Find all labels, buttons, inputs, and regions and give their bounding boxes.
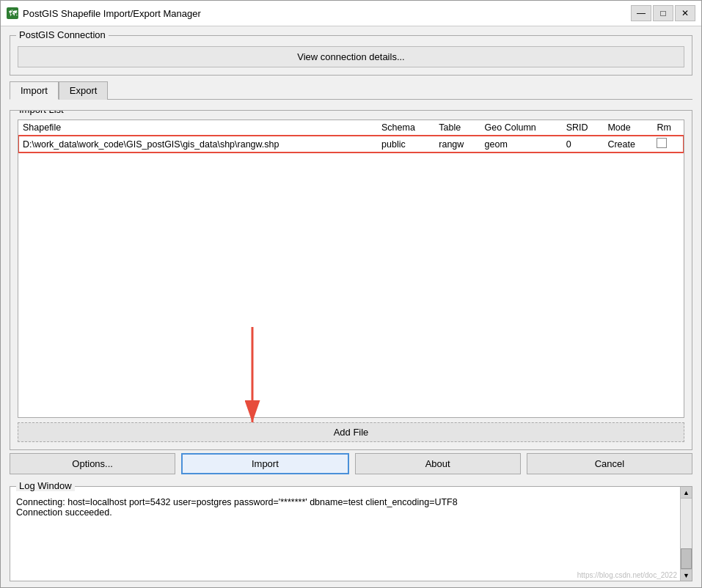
tabs-area: Import Export Import List Shapefile <box>10 81 692 477</box>
cell-srid: 0 <box>562 136 604 153</box>
minimize-button[interactable]: — <box>631 5 651 21</box>
log-line-2: Connection succeeded. <box>16 507 674 518</box>
cell-table: rangw <box>434 136 480 153</box>
cell-rm <box>652 136 684 153</box>
connection-group: PostGIS Connection View connection detai… <box>10 35 692 76</box>
col-shapefile: Shapefile <box>18 120 377 136</box>
log-window-group: Log Window Connecting: host=localhost po… <box>10 486 692 581</box>
maximize-button[interactable]: □ <box>653 5 673 21</box>
col-schema: Schema <box>377 120 434 136</box>
scrollbar-up-button[interactable]: ▲ <box>681 487 692 499</box>
options-button[interactable]: Options... <box>10 453 175 474</box>
scrollbar-thumb[interactable] <box>681 548 692 569</box>
close-button[interactable]: ✕ <box>675 5 695 21</box>
cell-geo-column: geom <box>480 136 562 153</box>
connection-group-label: PostGIS Connection <box>16 29 109 40</box>
tab-strip: Import Export <box>10 81 692 100</box>
tab-content-import: Import List Shapefile Schema Table Geo C… <box>10 100 692 477</box>
rm-checkbox[interactable] <box>657 138 667 148</box>
table-row[interactable]: D:\work_data\work_code\GIS_postGIS\gis_d… <box>18 136 684 153</box>
col-mode: Mode <box>603 120 652 136</box>
main-content: PostGIS Connection View connection detai… <box>1 26 701 587</box>
log-window-label: Log Window <box>16 480 75 491</box>
tab-import[interactable]: Import <box>10 81 59 100</box>
import-list-table-container[interactable]: Shapefile Schema Table Geo Column SRID M… <box>18 120 684 418</box>
col-srid: SRID <box>562 120 604 136</box>
log-scrollbar[interactable]: ▲ ▼ <box>680 487 692 581</box>
col-geo-column: Geo Column <box>480 120 562 136</box>
import-table: Shapefile Schema Table Geo Column SRID M… <box>18 120 684 152</box>
about-button[interactable]: About <box>355 453 521 474</box>
tab-export[interactable]: Export <box>59 81 109 100</box>
scrollbar-down-button[interactable]: ▼ <box>681 569 692 581</box>
window-controls: — □ ✕ <box>631 5 695 21</box>
cell-schema: public <box>377 136 434 153</box>
col-table: Table <box>434 120 480 136</box>
col-rm: Rm <box>652 120 684 136</box>
add-file-button[interactable]: Add File <box>18 422 684 442</box>
window-title: PostGIS Shapefile Import/Export Manager <box>23 8 626 19</box>
import-list-label: Import List <box>16 110 67 115</box>
watermark: https://blog.csdn.net/doc_2022 <box>577 571 677 579</box>
main-window: 🗺 PostGIS Shapefile Import/Export Manage… <box>0 0 702 588</box>
cancel-button[interactable]: Cancel <box>527 453 692 474</box>
import-list-group: Import List Shapefile Schema Table Geo C… <box>10 110 692 450</box>
log-content: Connecting: host=localhost port=5432 use… <box>16 497 677 518</box>
import-button[interactable]: Import <box>181 453 348 474</box>
view-connection-button[interactable]: View connection details... <box>18 46 684 67</box>
cell-shapefile: D:\work_data\work_code\GIS_postGIS\gis_d… <box>18 136 377 153</box>
title-bar: 🗺 PostGIS Shapefile Import/Export Manage… <box>1 1 701 26</box>
cell-mode: Create <box>603 136 652 153</box>
bottom-buttons-row: Options... Import About Cancel <box>10 453 692 474</box>
log-line-1: Connecting: host=localhost port=5432 use… <box>16 497 674 507</box>
app-icon: 🗺 <box>7 7 18 19</box>
